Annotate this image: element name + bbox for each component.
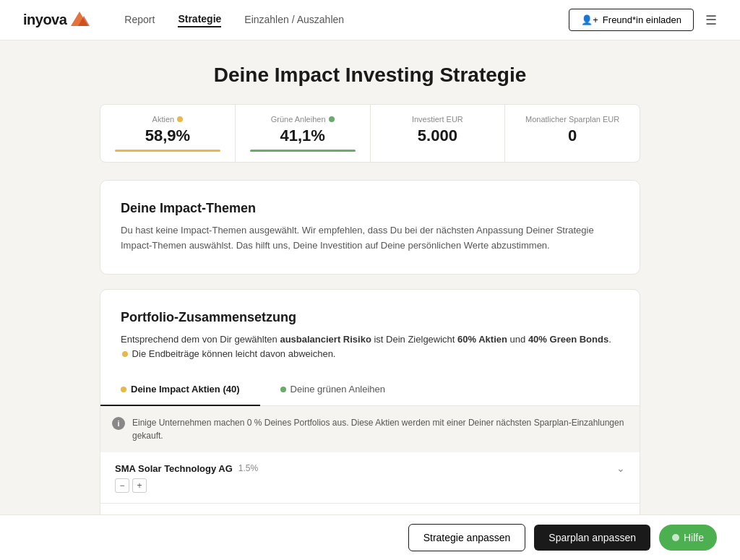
anleihen-dot xyxy=(329,116,335,122)
stat-anleihen-label: Grüne Anleihen xyxy=(250,115,356,124)
portfolio-desc-note: Die Endbeiträge können leicht davon abwe… xyxy=(129,348,335,359)
portfolio-note-dot xyxy=(122,351,128,357)
stock-item-sma: SMA Solar Technology AG 1.5% ⌄ − + xyxy=(100,452,640,504)
hamburger-menu[interactable]: ☰ xyxy=(705,12,717,28)
stat-investiert-value: 5.000 xyxy=(385,126,491,145)
anleihen-underline xyxy=(250,150,356,152)
stat-aktien-label: Aktien xyxy=(115,115,220,124)
portfolio-desc-p1: Entsprechend dem von Dir gewählten xyxy=(121,334,280,345)
stat-aktien: Aktien 58,9% xyxy=(100,105,236,162)
strategy-button[interactable]: Strategie anpassen xyxy=(408,524,526,551)
logo-icon xyxy=(69,10,90,30)
impact-themes-text: Du hast keine Impact-Themen ausgewählt. … xyxy=(121,223,619,254)
main-content: Deine Impact Investing Strategie Aktien … xyxy=(88,40,652,560)
stat-aktien-value: 58,9% xyxy=(115,126,220,145)
portfolio-header: Portfolio-Zusammensetzung Entsprechend d… xyxy=(100,290,640,374)
nav-einzahlen[interactable]: Einzahlen / Auszahlen xyxy=(244,14,344,27)
portfolio-desc-b1: ausbalanciert Risiko xyxy=(280,334,371,345)
logo-text: inyova xyxy=(23,12,66,28)
stock-plus-sma[interactable]: + xyxy=(132,478,147,493)
aktien-underline xyxy=(115,150,220,152)
stat-investiert: Investiert EUR 5.000 xyxy=(371,105,506,162)
invite-button[interactable]: 👤+ Freund*in einladen xyxy=(569,9,694,31)
stat-sparplan-label: Monatlicher Sparplan EUR xyxy=(520,115,625,124)
portfolio-tabs: Deine Impact Aktien (40) Deine grünen An… xyxy=(100,374,640,406)
stock-pct-sma: 1.5% xyxy=(238,463,258,473)
main-nav: Report Strategie Einzahlen / Auszahlen xyxy=(124,13,569,27)
header: inyova Report Strategie Einzahlen / Ausz… xyxy=(0,0,740,40)
portfolio-desc: Entsprechend dem von Dir gewählten ausba… xyxy=(121,332,619,363)
stock-controls-sma: − + xyxy=(115,478,625,493)
stat-sparplan: Monatlicher Sparplan EUR 0 xyxy=(505,105,640,162)
tab-anleihen-label: Deine grünen Anleihen xyxy=(291,384,386,395)
logo: inyova xyxy=(23,10,90,30)
portfolio-title: Portfolio-Zusammensetzung xyxy=(121,310,619,325)
tab-aktien[interactable]: Deine Impact Aktien (40) xyxy=(100,374,260,406)
stock-row-sma: SMA Solar Technology AG 1.5% ⌄ xyxy=(115,462,625,474)
nav-strategie[interactable]: Strategie xyxy=(178,13,221,27)
footer-bar: Strategie anpassen Sparplan anpassen Hil… xyxy=(0,514,740,560)
stat-investiert-label: Investiert EUR xyxy=(385,115,491,124)
tab-anleihen[interactable]: Deine grünen Anleihen xyxy=(260,374,406,406)
impact-themes-card: Deine Impact-Themen Du hast keine Impact… xyxy=(100,180,640,275)
tab-aktien-label: Deine Impact Aktien (40) xyxy=(131,384,240,395)
tab-anleihen-dot xyxy=(280,387,286,392)
help-button[interactable]: Hilfe xyxy=(659,525,717,551)
page-title: Deine Impact Investing Strategie xyxy=(100,64,640,87)
stat-anleihen-value: 41,1% xyxy=(250,126,356,145)
help-label: Hilfe xyxy=(684,532,704,543)
stock-chevron-sma[interactable]: ⌄ xyxy=(616,462,625,474)
help-dot xyxy=(672,534,679,541)
aktien-dot xyxy=(177,116,183,122)
info-text: Einige Unternehmen machen 0 % Deines Por… xyxy=(132,416,628,442)
invite-icon: 👤+ xyxy=(581,14,598,25)
tab-aktien-dot xyxy=(121,387,126,392)
portfolio-desc-b2: 60% Aktien xyxy=(457,334,507,345)
stats-bar: Aktien 58,9% Grüne Anleihen 41,1% Invest… xyxy=(100,104,640,163)
header-right: 👤+ Freund*in einladen ☰ xyxy=(569,9,717,31)
stock-left-sma: SMA Solar Technology AG 1.5% xyxy=(115,463,258,474)
portfolio-desc-b3: 40% Green Bonds xyxy=(528,334,608,345)
savings-button[interactable]: Sparplan anpassen xyxy=(534,525,650,551)
invite-label: Freund*in einladen xyxy=(603,14,681,25)
stat-sparplan-value: 0 xyxy=(520,126,625,145)
stock-name-sma: SMA Solar Technology AG xyxy=(115,463,233,474)
stock-minus-sma[interactable]: − xyxy=(115,478,129,493)
portfolio-desc-p2: ist Dein Zielgewicht xyxy=(371,334,457,345)
stat-anleihen: Grüne Anleihen 41,1% xyxy=(236,105,371,162)
portfolio-desc-p4: . xyxy=(608,334,611,345)
info-box: i Einige Unternehmen machen 0 % Deines P… xyxy=(100,406,640,452)
portfolio-desc-p3: und xyxy=(507,334,528,345)
nav-report[interactable]: Report xyxy=(124,14,155,27)
impact-themes-title: Deine Impact-Themen xyxy=(121,201,619,216)
info-icon: i xyxy=(112,417,125,430)
